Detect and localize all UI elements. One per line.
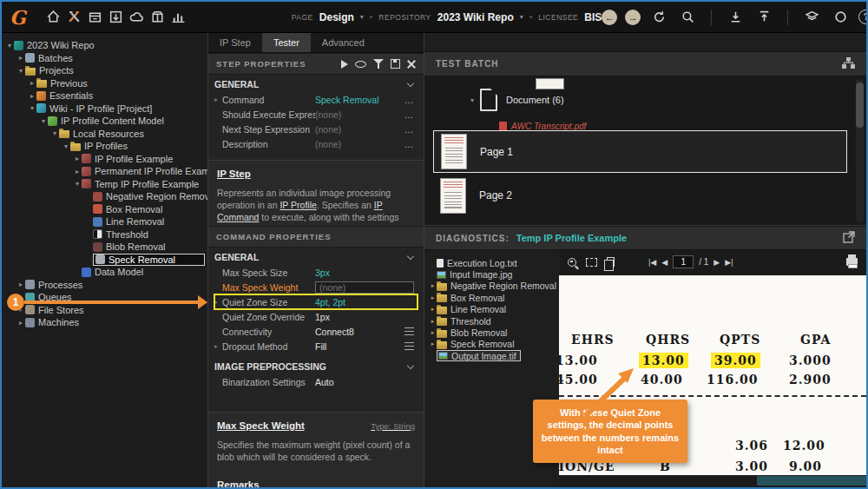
help-icon[interactable]: ? bbox=[858, 10, 868, 24]
tree-item-file-stores[interactable]: ▸File Stores bbox=[2, 304, 207, 317]
tree-item-local-resources[interactable]: ▾Local Resources bbox=[2, 128, 207, 141]
expander-icon[interactable]: ▾ bbox=[39, 117, 48, 125]
ellipsis-button[interactable]: … bbox=[402, 139, 416, 149]
ellipsis-button[interactable]: … bbox=[402, 109, 416, 120]
cloud-icon[interactable] bbox=[127, 7, 148, 28]
section-image-preprocessing[interactable]: IMAGE PREPROCESSING bbox=[214, 359, 418, 374]
section-general[interactable]: GENERAL bbox=[214, 249, 418, 265]
expander-icon[interactable]: ▸ bbox=[73, 168, 82, 175]
property-row-connectivity[interactable]: Connectivity Connect8 bbox=[214, 324, 418, 339]
tree-item-repository[interactable]: ▾2023 Wiki Repo bbox=[2, 39, 207, 52]
expander-icon[interactable]: ▸ bbox=[16, 54, 25, 62]
property-row-dropout-method[interactable]: ▸Dropout Method Fill bbox=[214, 339, 418, 354]
chevron-down-icon[interactable] bbox=[407, 252, 414, 259]
batches-icon[interactable] bbox=[85, 7, 106, 28]
forward-button[interactable]: → bbox=[625, 10, 641, 25]
property-row-should-execute[interactable]: Should Execute Expression (none) … bbox=[214, 107, 418, 122]
page-thumbnail[interactable] bbox=[440, 178, 466, 214]
diag-file-input-image[interactable]: Input Image.jpg bbox=[429, 268, 559, 280]
tree-item-processes[interactable]: ▸Processes bbox=[2, 279, 207, 292]
home-icon[interactable] bbox=[43, 7, 64, 28]
tree-item-essentials[interactable]: ▸Essentials bbox=[2, 89, 207, 102]
prev-page-icon[interactable]: ◀ bbox=[661, 258, 667, 267]
execute-icon[interactable] bbox=[341, 60, 348, 69]
property-row-next-step[interactable]: Next Step Expression (none) … bbox=[214, 122, 418, 136]
tab-ip-step[interactable]: IP Step bbox=[208, 33, 262, 52]
tree-item-previous[interactable]: ▸Previous bbox=[2, 77, 207, 90]
expander-icon[interactable]: ▸ bbox=[16, 319, 25, 327]
search-icon[interactable] bbox=[677, 7, 698, 28]
save-icon[interactable] bbox=[391, 59, 400, 69]
tree-item-threshold[interactable]: Threshold bbox=[2, 228, 207, 241]
expander-icon[interactable]: ▸ bbox=[429, 306, 437, 313]
batch-structure-icon[interactable] bbox=[842, 57, 855, 70]
expander-icon[interactable]: ▸ bbox=[429, 294, 437, 301]
expander-icon[interactable]: ▸ bbox=[16, 281, 25, 288]
page-thumbnail[interactable] bbox=[441, 134, 467, 169]
tree-item-wiki-project[interactable]: ▾Wiki - IP Profile [Project] bbox=[2, 102, 207, 116]
upload-icon[interactable] bbox=[753, 7, 774, 28]
copy-pages-icon[interactable] bbox=[607, 257, 615, 267]
horizontal-scrollbar-thumb[interactable] bbox=[757, 476, 866, 486]
diag-folder-speck-removal[interactable]: ▸Speck Removal bbox=[429, 339, 559, 350]
diag-folder-blob-removal[interactable]: ▸Blob Removal bbox=[429, 327, 559, 338]
expander-icon[interactable]: ▸ bbox=[28, 92, 36, 100]
ellipsis-button[interactable]: … bbox=[402, 124, 416, 135]
tree-item-speck-removal-selected[interactable]: Speck Removal bbox=[2, 254, 207, 267]
selected-file-box[interactable]: Output Image.tif bbox=[437, 350, 521, 361]
repository-selector[interactable]: 2023 Wiki Repo bbox=[437, 11, 514, 23]
property-row-quiet-zone-size[interactable]: ▸Quiet Zone Size 4pt, 2pt bbox=[214, 294, 418, 309]
close-icon[interactable] bbox=[407, 60, 416, 69]
tree-item-temp-ip-profile[interactable]: ▾Temp IP Profile Example bbox=[2, 178, 207, 191]
page-row-2[interactable]: Page 2 bbox=[433, 175, 847, 215]
expander-icon[interactable]: ▸ bbox=[214, 298, 222, 306]
expander-icon[interactable]: ▸ bbox=[214, 342, 222, 350]
filter-icon[interactable] bbox=[373, 59, 384, 69]
expander-icon[interactable]: ▾ bbox=[28, 104, 36, 112]
expander-icon[interactable]: ▸ bbox=[429, 329, 437, 336]
section-general[interactable]: GENERAL bbox=[214, 76, 418, 92]
expander-icon[interactable]: ▾ bbox=[73, 180, 82, 188]
layers-icon[interactable] bbox=[801, 7, 822, 28]
expander-icon[interactable]: ▾ bbox=[16, 67, 25, 75]
diag-file-output-image-selected[interactable]: Output Image.tif bbox=[429, 350, 559, 361]
tree-item-ip-profile-example[interactable]: ▸IP Profile Example bbox=[2, 153, 207, 166]
tree-item-projects[interactable]: ▾Projects bbox=[2, 64, 207, 77]
status-ring-icon[interactable] bbox=[830, 7, 851, 28]
download-icon[interactable] bbox=[725, 7, 746, 28]
value-input[interactable]: (none) bbox=[315, 281, 414, 294]
next-page-icon[interactable]: ▶ bbox=[713, 258, 720, 267]
property-row-command[interactable]: ▸Command Speck Removal … bbox=[214, 92, 418, 107]
expander-icon[interactable]: ▸ bbox=[214, 96, 222, 103]
diag-folder-negative-region[interactable]: ▸Negative Region Removal bbox=[429, 281, 559, 292]
expander-icon[interactable]: ▾ bbox=[50, 129, 59, 137]
property-row-max-speck-weight[interactable]: Max Speck Weight (none) bbox=[214, 280, 418, 294]
tree-item-data-model[interactable]: Data Model bbox=[2, 266, 207, 279]
tab-tester[interactable]: Tester bbox=[262, 33, 311, 52]
expander-icon[interactable]: ▸ bbox=[28, 79, 36, 87]
select-region-icon[interactable] bbox=[586, 258, 597, 267]
diag-file-execution-log[interactable]: Execution Log.txt bbox=[429, 257, 559, 268]
tree-item-negative-region-removal[interactable]: Negative Region Removal bbox=[2, 190, 207, 203]
diag-folder-box-removal[interactable]: ▸Box Removal bbox=[429, 292, 559, 303]
tree-item-machines[interactable]: ▸Machines bbox=[2, 316, 207, 329]
page-row-1[interactable]: Page 1 bbox=[433, 130, 847, 173]
property-row-quiet-zone-override[interactable]: Quiet Zone Override 1px bbox=[214, 309, 418, 324]
property-row-description[interactable]: Description (none) … bbox=[214, 136, 418, 151]
tree-item-blob-removal[interactable]: Blob Removal bbox=[2, 241, 207, 254]
diag-folder-threshold[interactable]: ▸Threshold bbox=[429, 315, 559, 327]
tree-item-ip-profiles[interactable]: ▾IP Profiles bbox=[2, 140, 207, 153]
print-icon[interactable] bbox=[846, 258, 858, 266]
first-page-icon[interactable]: |◀ bbox=[648, 258, 656, 267]
package-icon[interactable] bbox=[148, 7, 168, 28]
scrollbar[interactable] bbox=[856, 79, 864, 222]
expander-icon[interactable]: ▸ bbox=[429, 282, 437, 289]
zoom-icon[interactable] bbox=[568, 258, 576, 267]
menu-icon[interactable] bbox=[404, 327, 414, 335]
back-button[interactable]: ← bbox=[602, 10, 617, 25]
tree-item-line-removal[interactable]: Line Removal bbox=[2, 215, 207, 228]
property-row-max-speck-size[interactable]: Max Speck Size 3px bbox=[214, 265, 418, 280]
refresh-icon[interactable] bbox=[648, 7, 669, 28]
tools-icon[interactable] bbox=[64, 7, 85, 28]
page-number-input[interactable] bbox=[673, 255, 694, 268]
